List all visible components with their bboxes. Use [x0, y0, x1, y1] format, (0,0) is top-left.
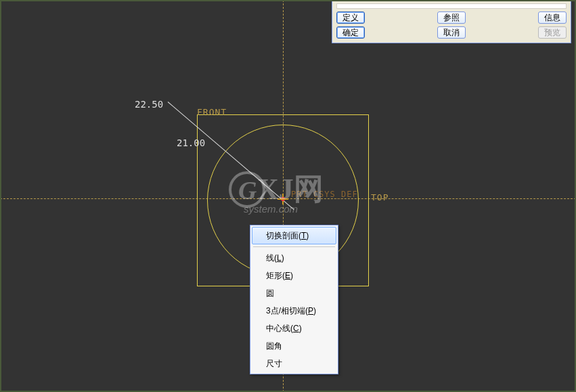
- label-top: TOP: [371, 192, 389, 202]
- origin-marker: [278, 194, 288, 204]
- info-button[interactable]: 信息: [538, 12, 567, 24]
- label-csys: PRT_CSYS_DEF: [291, 190, 358, 199]
- define-button[interactable]: 定义: [336, 12, 365, 24]
- ctx-separator: [253, 246, 335, 247]
- context-menu: 切换剖面(T) 线(L) 矩形(E) 圆 3点/相切端(P) 中心线(C) 圆角…: [250, 225, 338, 374]
- dialog-row-2: 确定 取消 预览: [336, 26, 567, 39]
- dimension-value-1[interactable]: 22.50: [135, 99, 163, 110]
- reference-button[interactable]: 参照: [437, 12, 466, 24]
- ctx-circle[interactable]: 圆: [252, 284, 336, 302]
- feature-dialog: 定义 参照 信息 确定 取消 预览: [332, 0, 571, 43]
- ctx-dimension[interactable]: 尺寸: [252, 355, 336, 372]
- ctx-centerline[interactable]: 中心线(C): [252, 320, 336, 337]
- dialog-row-1: 定义 参照 信息: [336, 12, 567, 24]
- cancel-button[interactable]: 取消: [437, 26, 466, 39]
- dialog-list-area: [336, 3, 567, 9]
- ctx-3pt-tangent[interactable]: 3点/相切端(P): [252, 302, 336, 320]
- ctx-toggle-section[interactable]: 切换剖面(T): [252, 227, 336, 244]
- ctx-line[interactable]: 线(L): [252, 249, 336, 267]
- dimension-value-2[interactable]: 21.00: [177, 137, 205, 148]
- ok-button[interactable]: 确定: [336, 26, 365, 39]
- ctx-rectangle[interactable]: 矩形(E): [252, 267, 336, 284]
- ctx-fillet[interactable]: 圆角: [252, 337, 336, 355]
- preview-button: 预览: [538, 26, 567, 39]
- label-front: FRONT: [197, 107, 227, 117]
